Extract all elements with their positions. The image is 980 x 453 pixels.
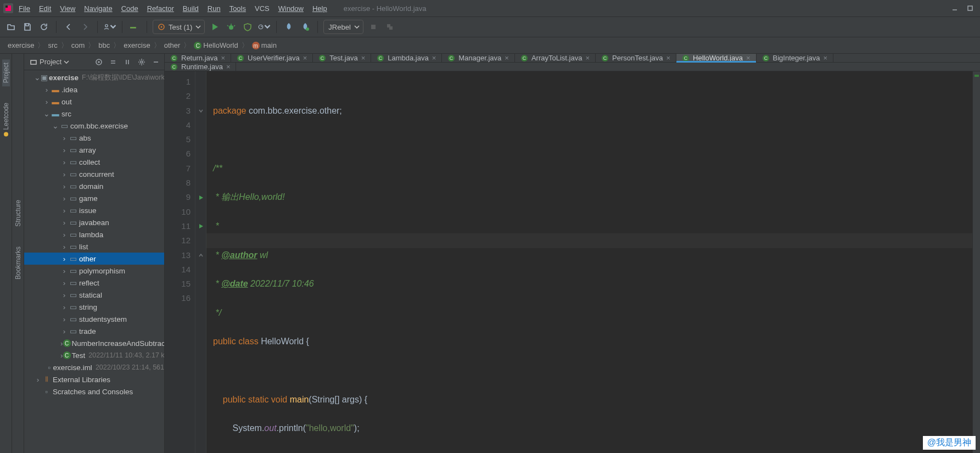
editor-tab[interactable]: CPersonTest.java× <box>596 54 676 62</box>
close-tab-icon[interactable]: × <box>824 54 828 62</box>
tree-scratches[interactable]: ▫Scratches and Consoles <box>24 385 164 398</box>
tree-folder[interactable]: ›▭statical <box>24 289 164 301</box>
tree-root[interactable]: ⌄▣exerciseF:\编程数据\IDE\Java\works <box>24 71 164 83</box>
close-tab-icon[interactable]: × <box>226 63 231 71</box>
expand-all-icon[interactable] <box>107 56 119 68</box>
project-view-dropdown[interactable]: Project <box>26 57 72 67</box>
coverage-icon[interactable] <box>241 20 254 33</box>
jrebel-dropdown[interactable]: JRebel <box>323 20 363 34</box>
tree-folder[interactable]: ›▭lambda <box>24 228 164 241</box>
close-tab-icon[interactable]: × <box>667 54 671 62</box>
run-gutter-icon[interactable] <box>195 219 206 233</box>
close-tab-icon[interactable]: × <box>361 54 366 62</box>
tree-folder[interactable]: ›▭issue <box>24 204 164 216</box>
breadcrumb-item[interactable]: exercise <box>5 41 36 49</box>
fold-gutter[interactable] <box>195 71 206 453</box>
tree-folder[interactable]: ›▬.idea <box>24 83 164 96</box>
menu-edit[interactable]: Edit <box>36 2 54 15</box>
editor-tab[interactable]: CLambda.java× <box>371 54 442 62</box>
menu-file[interactable]: File <box>15 2 33 15</box>
tree-class[interactable]: ›CTest2022/11/11 10:43, 2.17 kB <box>24 349 164 361</box>
breadcrumb-item[interactable]: exercise <box>121 41 152 49</box>
nav-forward-icon[interactable] <box>79 20 92 33</box>
menu-vcs[interactable]: VCS <box>251 2 273 15</box>
nav-back-icon[interactable] <box>62 20 75 33</box>
line-gutter[interactable]: 12345678910111213141516 <box>165 71 195 453</box>
settings-icon[interactable] <box>136 56 148 68</box>
close-tab-icon[interactable]: × <box>303 54 307 62</box>
maximize-icon[interactable] <box>964 2 977 15</box>
editor-tab[interactable]: CReturn.java× <box>165 54 231 62</box>
breadcrumb-item[interactable]: com <box>69 41 87 49</box>
editor-tab[interactable]: CHelloWorld.java× <box>676 54 756 62</box>
close-tab-icon[interactable]: × <box>746 54 751 62</box>
profiler-icon[interactable] <box>257 20 271 33</box>
tree-folder[interactable]: ›▭list <box>24 241 164 253</box>
menu-build[interactable]: Build <box>180 2 202 15</box>
jrebel-debug-icon[interactable] <box>299 20 312 33</box>
breadcrumb-item[interactable]: bbc <box>96 41 112 49</box>
tree-class[interactable]: ›CNumberIncreaseAndSubtrac <box>24 337 164 349</box>
user-icon[interactable] <box>103 20 116 33</box>
menu-help[interactable]: Help <box>309 2 331 15</box>
tree-folder[interactable]: ›▭game <box>24 192 164 204</box>
stop-icon[interactable] <box>367 20 380 33</box>
tree-folder[interactable]: ›▭collect <box>24 156 164 168</box>
tree-folder[interactable]: ›▭abs <box>24 132 164 144</box>
menu-refactor[interactable]: Refactor <box>144 2 177 15</box>
code-editor[interactable]: package com.bbc.exercise.other; /** * 输出… <box>206 71 972 453</box>
tree-folder[interactable]: ›▭reflect <box>24 277 164 289</box>
menu-window[interactable]: Window <box>275 2 307 15</box>
tree-folder[interactable]: ›▭polymorphism <box>24 265 164 277</box>
run-config-dropdown[interactable]: Test (1) <box>153 20 205 34</box>
jrebel-rocket-icon[interactable] <box>282 20 295 33</box>
run-icon[interactable] <box>208 20 221 33</box>
tree-folder[interactable]: ›▭other <box>24 253 164 265</box>
hammer-build-icon[interactable] <box>128 20 141 33</box>
rail-structure[interactable]: Structure <box>14 197 22 230</box>
tree-folder[interactable]: ›▬out <box>24 96 164 108</box>
project-tree[interactable]: ⌄▣exerciseF:\编程数据\IDE\Java\works ›▬.idea… <box>24 70 164 453</box>
collapse-all-icon[interactable] <box>121 56 133 68</box>
tree-folder[interactable]: ›▭concurrent <box>24 168 164 180</box>
close-tab-icon[interactable]: × <box>585 54 590 62</box>
save-all-icon[interactable] <box>21 20 34 33</box>
tree-folder[interactable]: ›▭studentsystem <box>24 313 164 325</box>
open-file-icon[interactable] <box>4 20 18 33</box>
menu-tools[interactable]: Tools <box>226 2 249 15</box>
rail-project[interactable]: Project <box>2 59 10 86</box>
run-gutter-icon[interactable] <box>195 190 206 204</box>
close-tab-icon[interactable]: × <box>432 54 436 62</box>
tree-external-libs[interactable]: ›⫴External Libraries <box>24 373 164 385</box>
breadcrumb-item[interactable]: src <box>46 41 59 49</box>
breadcrumb-item[interactable]: CHelloWorld <box>192 41 240 50</box>
editor-tab[interactable]: CManager.java× <box>442 54 515 62</box>
breadcrumb-item[interactable]: mmain <box>250 41 279 50</box>
breadcrumb-item[interactable]: other <box>162 41 183 49</box>
locate-icon[interactable] <box>93 56 105 68</box>
tree-folder[interactable]: ›▭trade <box>24 325 164 337</box>
close-tab-icon[interactable]: × <box>221 54 225 62</box>
rail-leetcode[interactable]: Leetcode <box>2 99 10 139</box>
minimize-icon[interactable] <box>948 2 961 15</box>
editor-tab[interactable]: CUserVerifier.java× <box>231 54 313 62</box>
reload-icon[interactable] <box>37 20 51 33</box>
tree-folder[interactable]: ⌄▬src <box>24 108 164 120</box>
editor-tab[interactable]: CArrayToList.java× <box>515 54 596 62</box>
debug-icon[interactable] <box>225 20 238 33</box>
editor-tab[interactable]: CBigInteger.java× <box>757 54 834 62</box>
menu-run[interactable]: Run <box>204 2 224 15</box>
stop-all-icon[interactable] <box>383 20 396 33</box>
editor-tab[interactable]: CRuntime.java× <box>165 63 236 71</box>
tree-folder[interactable]: ›▭string <box>24 301 164 313</box>
close-tab-icon[interactable]: × <box>505 54 509 62</box>
tree-folder[interactable]: ›▭javabean <box>24 216 164 228</box>
menu-view[interactable]: View <box>57 2 79 15</box>
editor-scrollbar[interactable] <box>972 71 980 453</box>
tree-folder[interactable]: ›▭array <box>24 144 164 156</box>
tree-file[interactable]: ▫exercise.iml2022/10/23 21:14, 561 <box>24 361 164 373</box>
editor-tab[interactable]: CTest.java× <box>313 54 371 62</box>
menu-navigate[interactable]: Navigate <box>81 2 115 15</box>
menu-code[interactable]: Code <box>118 2 142 15</box>
rail-bookmarks[interactable]: Bookmarks <box>14 243 22 283</box>
